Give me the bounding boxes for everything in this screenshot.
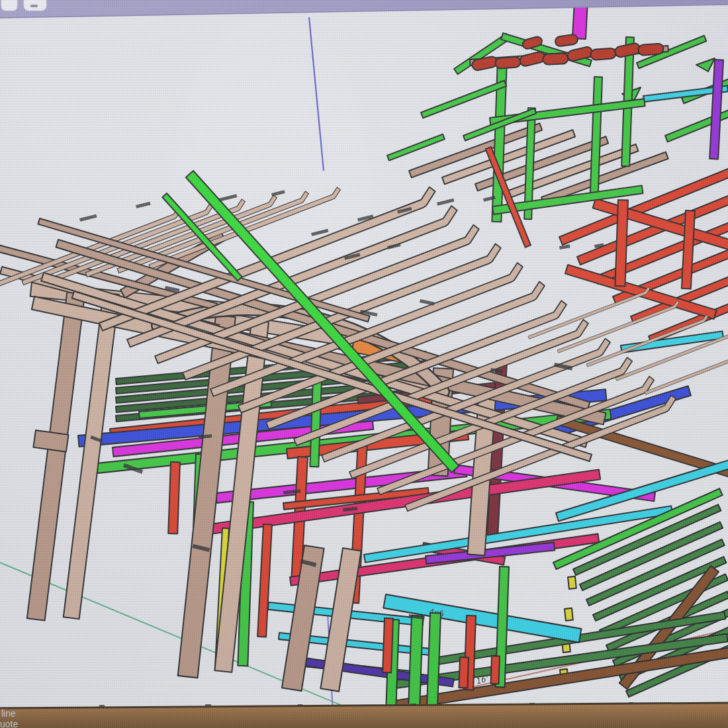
desk: line uote xyxy=(0,702,728,728)
tool-glyph-icon xyxy=(30,5,38,7)
scene: 4x6 xyxy=(0,0,728,728)
toolbar xyxy=(0,0,728,18)
monitor-photo: 4x6 xyxy=(0,0,728,728)
status-fragment-2: uote xyxy=(0,719,18,728)
toolbar-button-1[interactable] xyxy=(1,0,17,11)
model-viewport[interactable]: 4x6 xyxy=(0,0,728,728)
status-fragment-1: line xyxy=(1,708,16,719)
pagoda-roof xyxy=(409,0,728,343)
